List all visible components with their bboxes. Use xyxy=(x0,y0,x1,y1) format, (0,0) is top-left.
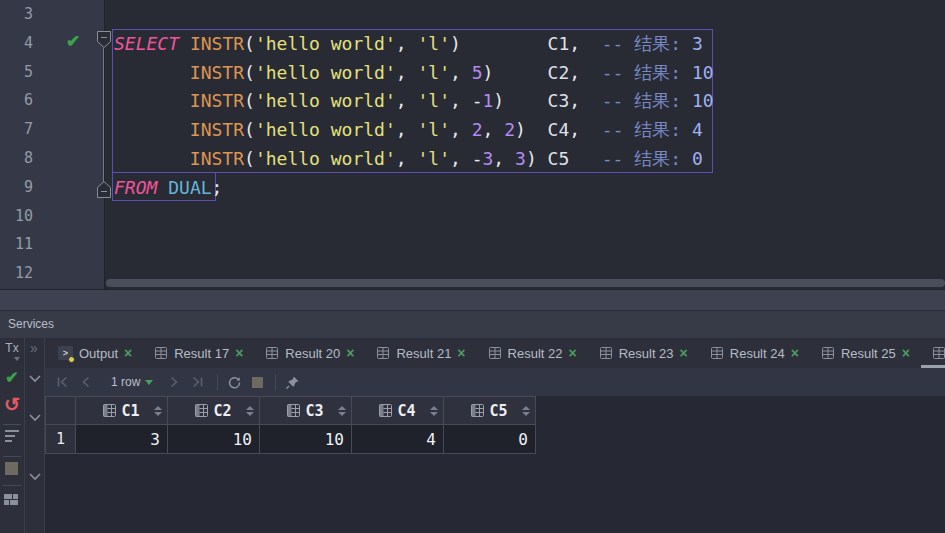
tx-dropdown-caret-icon xyxy=(14,357,20,361)
table-icon xyxy=(488,346,502,360)
statement-fold-marker-top-icon[interactable] xyxy=(96,30,112,49)
row-count-dropdown-caret-icon[interactable] xyxy=(145,380,153,385)
data-cell[interactable]: 10 xyxy=(168,425,260,454)
close-tab-icon[interactable]: × xyxy=(457,346,465,360)
code-token-kw: FROM xyxy=(114,177,157,198)
row-number-cell[interactable]: 1 xyxy=(46,425,76,454)
column-header-c1[interactable]: C1 xyxy=(76,397,168,425)
sort-icon[interactable] xyxy=(154,406,162,416)
column-header-label: C2 xyxy=(213,402,231,420)
sort-icon[interactable] xyxy=(246,406,254,416)
stop-button[interactable] xyxy=(5,462,18,475)
close-tab-icon[interactable]: × xyxy=(124,346,132,360)
code-token-pl xyxy=(504,90,547,111)
code-token-num: 5 xyxy=(472,62,483,83)
code-line[interactable]: FROM DUAL; xyxy=(114,173,222,202)
result-grid-toolbar: 1 row xyxy=(45,368,945,396)
table-row: 13101040 xyxy=(46,425,536,454)
next-page-icon[interactable] xyxy=(167,375,181,389)
toolbar-divider xyxy=(3,424,21,425)
tab-result-21[interactable]: Result 21× xyxy=(365,338,476,368)
code-line[interactable]: INSTR('hello world', 'l', -3, 3) C5 -- 结… xyxy=(114,144,703,173)
services-tool-window-header[interactable]: Services xyxy=(0,310,945,338)
rollback-button[interactable]: ↺ xyxy=(0,393,24,416)
code-line[interactable]: SELECT INSTR('hello world', 'l') C1, -- … xyxy=(114,29,703,58)
close-tab-icon[interactable]: × xyxy=(791,346,799,360)
code-token-cmn: 10 xyxy=(692,62,714,83)
table-icon xyxy=(265,346,279,360)
editor-panel-splitter[interactable] xyxy=(0,289,945,310)
tx-mode-selector[interactable]: Tx xyxy=(0,341,24,355)
tab-result-2[interactable]: Result 2× xyxy=(921,338,945,368)
column-header-label: C5 xyxy=(489,402,507,420)
tab-result-23[interactable]: Result 23× xyxy=(588,338,699,368)
column-grid-icon xyxy=(287,404,300,417)
column-header-c3[interactable]: C3 xyxy=(260,397,352,425)
tab-output[interactable]: >Output× xyxy=(47,338,143,368)
last-page-icon[interactable] xyxy=(191,375,205,389)
toolbar-divider xyxy=(3,485,21,486)
previous-page-icon[interactable] xyxy=(79,375,93,389)
table-icon xyxy=(599,346,613,360)
sql-editor[interactable]: 3456789101112 SELECT INSTR('hello world'… xyxy=(0,0,945,289)
sort-icon[interactable] xyxy=(522,406,530,416)
commit-button[interactable]: ✔ xyxy=(0,368,24,387)
column-header-c5[interactable]: C5 xyxy=(444,397,536,425)
toolbar-separator xyxy=(217,374,218,390)
hidden-tabs-button[interactable]: » xyxy=(24,340,44,356)
tab-label: Output xyxy=(79,346,118,361)
tab-label: Result 17 xyxy=(174,346,229,361)
table-icon xyxy=(376,346,390,360)
output-lines-icon[interactable] xyxy=(5,430,19,432)
collapse-chevron-icon[interactable] xyxy=(29,473,41,481)
data-cell[interactable]: 4 xyxy=(352,425,444,454)
collapse-chevron-icon[interactable] xyxy=(29,375,41,383)
code-token-str: 'l' xyxy=(417,90,450,111)
code-line[interactable]: INSTR('hello world', 'l', 5) C2, -- 结果: … xyxy=(114,58,714,87)
tab-result-20[interactable]: Result 20× xyxy=(254,338,365,368)
code-token-pl xyxy=(580,119,602,140)
tab-result-22[interactable]: Result 22× xyxy=(477,338,588,368)
first-page-icon[interactable] xyxy=(55,375,69,389)
data-cell[interactable]: 3 xyxy=(76,425,168,454)
code-token-pl: , xyxy=(396,33,418,54)
refresh-icon[interactable] xyxy=(227,375,242,390)
code-token-fn: INSTR xyxy=(190,33,244,54)
stop-query-icon[interactable] xyxy=(252,377,263,388)
code-line[interactable]: INSTR('hello world', 'l', -1) C3, -- 结果:… xyxy=(114,86,714,115)
pin-tab-icon[interactable] xyxy=(285,375,300,390)
code-line[interactable]: INSTR('hello world', 'l', 2, 2) C4, -- 结… xyxy=(114,115,703,144)
row-count-label[interactable]: 1 row xyxy=(111,375,140,389)
code-token-id: C2 xyxy=(548,62,570,83)
close-tab-icon[interactable]: × xyxy=(902,346,910,360)
layout-blocks-icon[interactable] xyxy=(4,494,12,499)
tab-result-17[interactable]: Result 17× xyxy=(143,338,254,368)
tab-result-25[interactable]: Result 25× xyxy=(810,338,921,368)
collapse-chevron-icon[interactable] xyxy=(29,414,41,422)
data-cell[interactable]: 0 xyxy=(444,425,536,454)
fold-region-line xyxy=(103,48,104,184)
statement-fold-marker-bottom-icon[interactable] xyxy=(96,180,112,199)
code-token-pl xyxy=(157,177,168,198)
code-token-kw: SELECT xyxy=(114,33,179,54)
data-cell[interactable]: 10 xyxy=(260,425,352,454)
tab-result-24[interactable]: Result 24× xyxy=(699,338,810,368)
column-header-c4[interactable]: C4 xyxy=(352,397,444,425)
tab-label: Result 21 xyxy=(396,346,451,361)
close-tab-icon[interactable]: × xyxy=(568,346,576,360)
code-token-pl: - xyxy=(472,90,483,111)
result-table[interactable]: C1C2C3C4C513101040 xyxy=(45,396,536,454)
sort-icon[interactable] xyxy=(338,406,346,416)
output-lines-icon xyxy=(5,435,15,437)
close-tab-icon[interactable]: × xyxy=(235,346,243,360)
column-header-label: C4 xyxy=(397,402,415,420)
tab-label: Result 22 xyxy=(508,346,563,361)
close-tab-icon[interactable]: × xyxy=(680,346,688,360)
horizontal-scrollbar[interactable] xyxy=(106,279,945,287)
sort-icon[interactable] xyxy=(430,406,438,416)
column-header-c2[interactable]: C2 xyxy=(168,397,260,425)
code-token-pl xyxy=(114,62,190,83)
code-token-pl: ) xyxy=(526,148,537,169)
code-token-pl: , xyxy=(450,148,472,169)
close-tab-icon[interactable]: × xyxy=(346,346,354,360)
